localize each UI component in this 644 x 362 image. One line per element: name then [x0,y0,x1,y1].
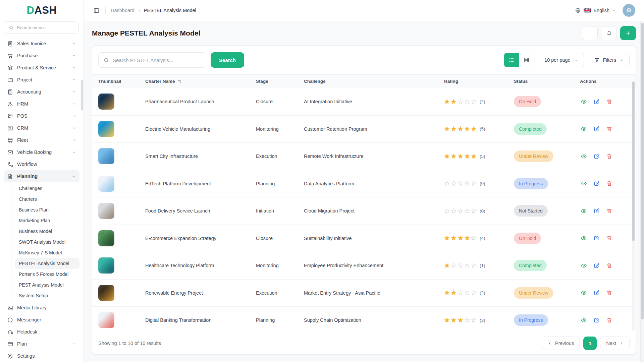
sidebar-item-hrm[interactable]: HRM [4,98,79,110]
brand-logo-accent: D [27,4,35,16]
previous-page-button[interactable]: Previous [542,337,580,350]
delete-button[interactable] [605,125,613,133]
sidebar-subitem-business-plan[interactable]: Business Plan [15,204,79,215]
edit-button[interactable] [593,125,600,133]
sidebar-scrollbar-thumb[interactable] [81,80,83,111]
sidebar-item-helpdesk[interactable]: Helpdesk [4,326,79,338]
notifications-button[interactable] [601,26,617,40]
view-button[interactable] [580,153,588,160]
view-button[interactable] [580,98,588,106]
user-avatar[interactable] [623,4,635,17]
table-search-input[interactable] [113,57,201,63]
sidebar-item-settings[interactable]: Settings [4,350,79,362]
search-button[interactable]: Search [211,52,244,68]
sidebar-item-messenger[interactable]: Messenger [4,314,79,326]
kanban-view-button[interactable] [582,26,598,40]
column-header-thumbnail: Thumbnail [98,79,145,84]
sidebar-item-planning[interactable]: Planning [4,170,79,182]
view-button[interactable] [580,289,588,297]
sidebar-item-plan[interactable]: Plan [4,338,79,350]
sidebar-item-pos[interactable]: POS [4,110,79,122]
next-page-button[interactable]: Next [600,337,630,350]
table-scrollbar-thumb[interactable] [632,81,635,241]
grid-view-button[interactable] [519,53,534,67]
sidebar-subitem-pest-analysis-model[interactable]: PEST Analysis Model [15,280,79,290]
stage-cell: Execution [256,154,304,159]
breadcrumb-dashboard[interactable]: Dashboard [111,8,135,13]
star-icon [451,181,457,186]
sidebar-subitem-mckinsey-7-s-model[interactable]: McKinsey 7-S Model [15,247,79,258]
edit-button[interactable] [593,262,600,269]
star-icon [471,181,477,186]
edit-button[interactable] [593,316,600,324]
delete-button[interactable] [605,234,613,242]
list-view-button[interactable] [504,53,519,67]
sidebar-subitem-porter-s-5-forces-model[interactable]: Porter's 5 Forces Model [15,269,79,280]
delete-button[interactable] [605,180,613,187]
sidebar-item-project[interactable]: Project [4,74,79,86]
sidebar-subitem-marketing-plan[interactable]: Marketing Plan [15,215,79,226]
sidebar-item-label: Workflow [17,162,37,167]
sidebar-toggle-button[interactable] [93,7,100,14]
sort-icon[interactable] [177,79,182,84]
per-page-select[interactable]: 10 per page [539,53,584,67]
charter-name-cell: Healthcare Technology Platform [145,263,256,268]
challenge-cell: Supply Chain Optimization [304,317,444,323]
sidebar-item-purchase[interactable]: Purchase [4,50,79,62]
sidebar-subitem-system-setup[interactable]: System Setup [15,290,79,301]
view-button[interactable] [580,180,588,187]
delete-button[interactable] [605,289,613,297]
delete-button[interactable] [605,207,613,215]
add-new-button[interactable] [620,26,636,40]
column-header-label: Charter Name [145,79,175,84]
view-button[interactable] [580,262,588,269]
window-scrollbar-thumb[interactable] [641,23,644,319]
table-row: Pharmaceutical Product LaunchClosureAI I… [92,88,636,116]
sidebar-item-crm[interactable]: CRM [4,122,79,134]
edit-button[interactable] [593,98,600,106]
sidebar-item-media-library[interactable]: Media Library [4,302,79,314]
star-icon [444,126,450,132]
filters-button[interactable]: Filters [589,53,630,67]
sidebar-item-product-service[interactable]: Product & Service [4,62,79,74]
view-button[interactable] [580,234,588,242]
bus-icon [7,137,13,143]
delete-button[interactable] [605,153,613,160]
row-thumbnail [98,285,114,301]
page-number-button[interactable]: 1 [583,337,597,350]
edit-button[interactable] [593,180,600,187]
cart-icon [7,53,13,59]
sidebar-subitem-pestel-analysis-model[interactable]: PESTEL Analysis Model [15,258,79,269]
sidebar-item-vehicle-booking[interactable]: Vehicle Booking [4,146,79,158]
view-button[interactable] [580,125,588,133]
edit-button[interactable] [593,289,600,297]
sidebar-item-label: Plan [17,341,27,347]
edit-button[interactable] [593,153,600,160]
sidebar-item-accounting[interactable]: Accounting [4,86,79,98]
sidebar-item-sales-invoice[interactable]: Sales Invoice [4,38,79,50]
challenge-cell: Customer Retention Program [304,126,444,132]
sidebar-subitem-swot-analysis-model[interactable]: SWOT Analysis Model [15,237,79,247]
sidebar-subitem-charters[interactable]: Charters [15,194,79,204]
view-button[interactable] [580,207,588,215]
delete-button[interactable] [605,262,613,269]
sidebar-item-fleet[interactable]: Fleet [4,134,79,146]
column-header-charter-name[interactable]: Charter Name [145,79,256,84]
sidebar-subitem-challenges[interactable]: Challenges [15,183,79,194]
star-icon [458,208,463,214]
edit-button[interactable] [593,207,600,215]
delete-button[interactable] [605,98,613,106]
edit-button[interactable] [593,234,600,242]
delete-button[interactable] [605,316,613,324]
sidebar-item-workflow[interactable]: Workflow [4,158,79,170]
window-scrollbar [640,21,644,362]
view-button[interactable] [580,316,588,324]
gear-icon [7,353,13,359]
thumbnail-cell [98,148,145,164]
trash-icon [606,180,612,187]
sidebar-subitem-business-model[interactable]: Business Model [15,226,79,237]
language-selector[interactable]: English [575,7,616,13]
status-cell: Under Review [514,150,580,162]
edit-icon [593,262,600,269]
sidebar-search-input[interactable] [17,25,75,30]
